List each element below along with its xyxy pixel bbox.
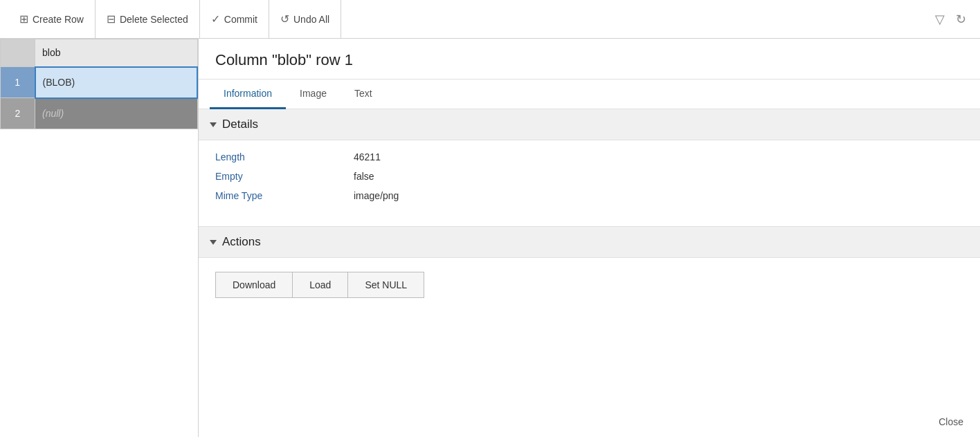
- tabs-bar: InformationImageText: [199, 80, 980, 109]
- detail-field-label: Empty: [215, 171, 354, 182]
- set-null-button[interactable]: Set NULL: [347, 272, 424, 298]
- delete-selected-button[interactable]: ⊟ Delete Selected: [96, 0, 200, 38]
- table-row[interactable]: 2(null): [1, 98, 198, 129]
- details-content: Length46211EmptyfalseMime Typeimage/png: [199, 140, 980, 227]
- create-row-label: Create Row: [33, 14, 84, 25]
- commit-button[interactable]: ✓ Commit: [200, 0, 269, 38]
- row-value: (BLOB): [35, 67, 198, 98]
- row-value: (null): [35, 98, 198, 129]
- details-collapse-icon[interactable]: [210, 122, 217, 127]
- details-section-header: Details: [199, 109, 980, 140]
- refresh-icon[interactable]: ↻: [956, 12, 966, 27]
- toolbar: ⊞ Create Row ⊟ Delete Selected ✓ Commit …: [0, 0, 980, 39]
- details-section-title: Details: [222, 118, 258, 131]
- toolbar-right: ▽ ↻: [935, 12, 972, 27]
- delete-selected-icon: ⊟: [107, 12, 116, 26]
- detail-field-row: Length46211: [215, 151, 963, 162]
- row-num-header: [1, 39, 35, 67]
- detail-panel: Column "blob" row 1 InformationImageText…: [199, 39, 980, 437]
- detail-field-row: Emptyfalse: [215, 171, 963, 182]
- actions-section-title: Actions: [222, 235, 261, 249]
- detail-title: Column "blob" row 1: [215, 51, 963, 69]
- filter-icon[interactable]: ▽: [935, 12, 945, 27]
- detail-field-value: false: [354, 171, 374, 182]
- delete-selected-label: Delete Selected: [120, 14, 188, 25]
- detail-field-value: image/png: [354, 190, 399, 201]
- actions-collapse-icon[interactable]: [210, 240, 217, 245]
- undo-all-button[interactable]: ↺ Undo All: [269, 0, 341, 38]
- table-panel: blob 1(BLOB)2(null): [0, 39, 199, 437]
- detail-field-label: Mime Type: [215, 190, 354, 201]
- download-button[interactable]: Download: [215, 272, 292, 298]
- main-layout: blob 1(BLOB)2(null) Column "blob" row 1 …: [0, 39, 980, 437]
- row-number: 2: [1, 98, 35, 129]
- load-button[interactable]: Load: [292, 272, 347, 298]
- actions-content: DownloadLoadSet NULL: [199, 258, 980, 312]
- commit-label: Commit: [224, 14, 257, 25]
- create-row-button[interactable]: ⊞ Create Row: [8, 0, 96, 38]
- detail-header: Column "blob" row 1: [199, 39, 980, 80]
- close-button[interactable]: Close: [933, 413, 969, 430]
- commit-icon: ✓: [211, 12, 220, 26]
- action-buttons: DownloadLoadSet NULL: [215, 272, 963, 298]
- detail-field-row: Mime Typeimage/png: [215, 190, 963, 201]
- table-row[interactable]: 1(BLOB): [1, 67, 198, 98]
- detail-field-value: 46211: [354, 151, 381, 162]
- undo-all-label: Undo All: [293, 14, 329, 25]
- footer: Close: [933, 413, 969, 430]
- tab-text[interactable]: Text: [341, 80, 386, 109]
- tab-information[interactable]: Information: [210, 80, 286, 109]
- detail-field-label: Length: [215, 151, 354, 162]
- actions-section-header: Actions: [199, 227, 980, 258]
- blob-column-header: blob: [35, 39, 198, 67]
- tab-image[interactable]: Image: [286, 80, 341, 109]
- create-row-icon: ⊞: [19, 12, 28, 26]
- undo-all-icon: ↺: [280, 12, 289, 26]
- row-number: 1: [1, 67, 35, 98]
- data-table: blob 1(BLOB)2(null): [0, 39, 198, 129]
